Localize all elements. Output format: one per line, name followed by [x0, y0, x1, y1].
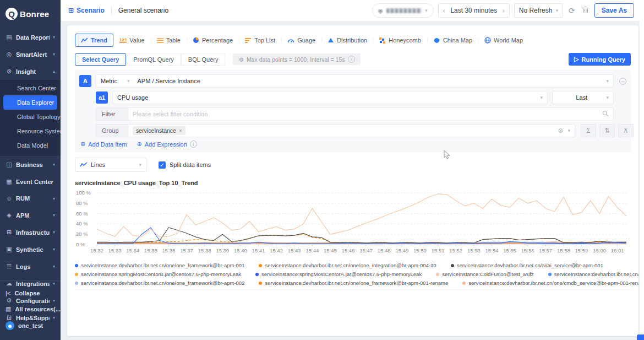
chat-widget[interactable] — [637, 334, 644, 340]
topn-icon[interactable]: ⊼ — [618, 124, 634, 137]
breadcrumb-current: General scenario — [118, 7, 168, 14]
user-menu[interactable]: ☻ one_test — [0, 317, 61, 334]
legend-item[interactable]: serviceInstance:devharbor.ibr.net.cn/one… — [259, 280, 448, 286]
tab-promql-query[interactable]: PromQL Query — [126, 53, 181, 66]
tab-china-map[interactable]: China Map — [427, 34, 478, 47]
tab-top-list[interactable]: Top List — [239, 34, 281, 47]
time-forward-icon[interactable]: › — [503, 7, 505, 14]
legend-item[interactable]: serviceInstance:springMostCentorA.jar@ce… — [255, 271, 422, 277]
metric-select[interactable]: CPU usage ▾ — [112, 91, 548, 104]
refresh-icon[interactable]: ⟳ — [567, 6, 576, 15]
chevron-down-icon: ▾ — [606, 78, 609, 84]
remove-query-icon[interactable]: – — [619, 78, 626, 85]
sidebar-item-search-center[interactable]: Search Center — [0, 81, 61, 95]
sidebar-item-logs[interactable]: ☰Logs▾ — [0, 258, 61, 275]
sidebar-item-apm[interactable]: ◈APM▾ — [0, 207, 61, 224]
split-data-items-label: Split data items — [170, 161, 211, 168]
sidebar-item-data-model[interactable]: Data Model — [0, 138, 61, 153]
tab-honeycomb[interactable]: Honeycomb — [373, 34, 427, 47]
metric-source-select[interactable]: Metric ▾ APM / Service Instance ▾ — [96, 74, 614, 88]
sidebar-item-infrastructure[interactable]: ⊞Infrastructure▾ — [0, 224, 61, 241]
legend-dot — [75, 273, 78, 276]
legend-dot — [259, 264, 262, 267]
aggregation-select[interactable]: Last ▾ — [552, 91, 614, 104]
svg-text:15:59: 15:59 — [575, 247, 588, 253]
add-expression-button[interactable]: ⊕ Add Expression i — [137, 141, 197, 148]
tab-world-map[interactable]: World Map — [478, 34, 529, 47]
sidebar-item-global-topology[interactable]: Global Topology — [0, 110, 61, 124]
legend-item[interactable]: serviceInstance:ColdFusion@test_wufz — [436, 271, 533, 277]
legend-item[interactable]: serviceInstance:springMostCentorB.jar@ce… — [75, 271, 241, 277]
tab-guage[interactable]: Guage — [281, 34, 321, 47]
sidebar-item-rum[interactable]: ☺RUM▾ — [0, 190, 61, 207]
visualization-tabs: Trend123ValueTablePercentageTop ListGuag… — [75, 32, 631, 48]
tab-trend[interactable]: Trend — [75, 34, 113, 47]
svg-text:16:01: 16:01 — [611, 247, 624, 253]
bonree-logo[interactable]: Q Bonree — [0, 0, 61, 29]
sidebar-item-data-report[interactable]: ▤Data Report▾ — [0, 29, 61, 46]
chevron-down-icon: ▾ — [555, 8, 558, 13]
query-badge-a[interactable]: A — [79, 75, 91, 87]
tab-bql-query[interactable]: BQL Query — [181, 53, 226, 66]
rum-icon: ☺ — [6, 195, 13, 202]
sort-icon[interactable]: ⇅ — [599, 124, 615, 137]
chart-type-select[interactable]: Lines ▾ — [75, 158, 146, 172]
info-icon[interactable]: i — [190, 141, 197, 148]
scenario-icon: ⊞ — [68, 7, 74, 14]
sidebar-item-event-center[interactable]: ▦Event Center — [0, 173, 61, 190]
scope-icon: ◉ — [378, 7, 384, 14]
time-range-picker[interactable]: ‹ Last 30 minutes › — [438, 3, 510, 18]
user-avatar: ☻ — [6, 321, 14, 330]
scope-selector[interactable]: ◉ ▾ — [372, 3, 434, 18]
svg-text:15:43: 15:43 — [288, 247, 301, 253]
legend-item[interactable]: serviceInstance:devharbor.ibr.net.cn/one… — [259, 262, 436, 268]
delete-icon[interactable] — [581, 6, 590, 15]
clear-all-icon[interactable]: ⊗ — [558, 127, 563, 134]
sidebar-submenu: Search CenterData ExplorerGlobal Topolog… — [0, 80, 61, 156]
time-back-icon[interactable]: ‹ — [443, 7, 445, 14]
time-range-label[interactable]: Last 30 minutes — [450, 7, 497, 14]
add-data-item-button[interactable]: ⊕ Add Data Item — [80, 141, 127, 148]
query-badge-a1[interactable]: a1 — [96, 91, 108, 104]
infrastructure-icon: ⊞ — [6, 229, 13, 236]
legend-dot — [75, 282, 78, 285]
breadcrumb-divider — [111, 7, 112, 14]
sigma-icon[interactable]: Σ — [581, 124, 596, 137]
play-icon: ▷ — [574, 56, 578, 63]
close-icon[interactable]: × — [179, 127, 182, 134]
group-input[interactable]: serviceInstance × ⊗ ▾ — [128, 124, 575, 137]
search-icon[interactable] — [602, 110, 609, 118]
tab-value[interactable]: 123Value — [113, 34, 151, 47]
running-query-button[interactable]: ▷ Running Query — [569, 53, 631, 66]
sidebar-item-data-explorer[interactable]: Data Explorer — [3, 95, 57, 110]
tab-percentage[interactable]: Percentage — [187, 34, 239, 47]
add-row: ⊕ Add Data Item ⊕ Add Expression i — [79, 138, 626, 149]
filter-input[interactable]: Please select filter condition — [128, 107, 614, 121]
refresh-mode-select[interactable]: No Refresh ▾ — [514, 3, 563, 18]
legend-item[interactable]: serviceInstance:devharbor.ibr.net.cn/one… — [75, 280, 244, 286]
legend-item[interactable]: serviceInstance:devharbor.ibr.net.cn/ai/… — [451, 262, 603, 268]
sidebar-item-synthetic[interactable]: ▣Synthetic▾ — [0, 241, 61, 258]
info-icon[interactable]: i — [348, 56, 355, 63]
split-data-items-checkbox[interactable]: ✓ — [159, 161, 166, 169]
legend-item[interactable]: serviceInstance:devharbor.ibr.net.cn/ai/… — [548, 271, 638, 277]
chevron-down-icon: ▾ — [53, 196, 56, 201]
save-as-button[interactable]: Save As — [594, 3, 634, 18]
sidebar-item-insight[interactable]: ⊙Insight▴ — [0, 63, 61, 80]
legend-item[interactable]: serviceInstance:devharbor.ibr.net.cn/one… — [462, 280, 638, 286]
tab-select-query[interactable]: Select Query — [75, 53, 126, 66]
tab-table[interactable]: Table — [151, 34, 187, 47]
sidebar-item-business[interactable]: ◫Business▾ — [0, 156, 61, 173]
sidebar-item-resource-system[interactable]: Resource System — [0, 124, 61, 138]
sidebar-item-smartalert[interactable]: ◎SmartAlert▾ — [0, 46, 61, 63]
tab-distribution[interactable]: Distribution — [321, 34, 373, 47]
breadcrumb-scenario[interactable]: ⊞ Scenario — [68, 7, 105, 14]
legend-item[interactable]: serviceInstance:devharbor.ibr.net.cn/one… — [75, 262, 244, 268]
all-resources-button[interactable]: ▦ All resources(... — [0, 301, 61, 317]
svg-text:15:53: 15:53 — [467, 247, 481, 253]
chevron-down-icon: ▾ — [606, 95, 609, 100]
group-tag[interactable]: serviceInstance × — [133, 126, 185, 135]
legend-dot — [462, 282, 466, 285]
collapse-button[interactable]: |< Collapse — [0, 285, 61, 301]
sidebar-footer: |< Collapse ▦ All resources(... ☻ one_te… — [0, 280, 61, 340]
